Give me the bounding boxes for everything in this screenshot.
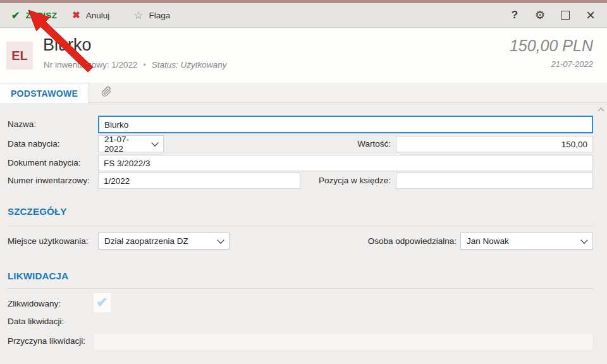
maximize-icon [561, 11, 570, 20]
usage-place-select[interactable]: Dział zaopatrzenia DZ [98, 233, 230, 250]
flag-button[interactable]: ☆ Flaga [126, 3, 178, 27]
responsible-value: Jan Nowak [467, 236, 509, 246]
liquidation-date-label: Data likwidacji: [8, 313, 64, 330]
close-icon: × [586, 8, 595, 23]
details-divider [8, 226, 593, 226]
acquisition-date-value: 21-07-2022 [104, 135, 147, 154]
save-button[interactable]: ✔ ZAPISZ [4, 3, 64, 27]
inventory-number-text: Nr inwentarzowy: 1/2022 [44, 60, 138, 70]
record-header: EL Biurko Nr inwentarzowy: 1/2022 • Stat… [0, 28, 607, 83]
scroll-up-icon [598, 108, 604, 114]
light-check-icon: ✔ [96, 294, 107, 311]
cancel-button[interactable]: ✖ Anuluj [64, 3, 117, 27]
book-position-label: Pozycja w księdze: [253, 173, 391, 189]
record-date: 21-07-2022 [551, 59, 594, 69]
record-subtitle: Nr inwentarzowy: 1/2022 • Status: Użytko… [44, 60, 226, 70]
tab-podstawowe-label: PODSTAWOWE [11, 88, 78, 99]
save-button-label: ZAPISZ [25, 11, 57, 20]
liquidation-reason-input[interactable] [94, 333, 593, 350]
liquidated-label: Zlikwidowany: [8, 296, 61, 312]
acquisition-date-label: Data nabycia: [8, 136, 60, 152]
tab-attachments[interactable] [89, 83, 123, 103]
form-basic: Nazwa: Data nabycia: 21-07-2022 Wartość:… [0, 103, 607, 364]
liquidated-checkbox[interactable]: ✔ [94, 293, 111, 312]
responsible-select[interactable]: Jan Nowak [460, 233, 593, 250]
chevron-down-icon [217, 236, 224, 243]
paperclip-icon [101, 85, 112, 100]
details-section-heading: SZCZEGÓŁY [8, 206, 66, 217]
responsible-label: Osoba odpowiedzialna: [316, 233, 457, 250]
flag-button-label: Flaga [149, 11, 171, 20]
record-amount: 150,00 PLN [510, 37, 593, 55]
star-icon: ☆ [133, 9, 143, 22]
cancel-x-icon: ✖ [72, 9, 80, 21]
name-label: Nazwa: [8, 116, 36, 133]
document-label: Dokument nabycia: [8, 155, 81, 171]
liquidation-divider [8, 288, 593, 289]
help-icon: ? [512, 9, 518, 21]
tab-strip: PODSTAWOWE [0, 83, 607, 103]
maximize-button[interactable] [553, 3, 578, 27]
book-position-input[interactable] [396, 173, 593, 189]
toolbar: ✔ ZAPISZ ✖ Anuluj ☆ Flaga ? ⚙ × [0, 3, 607, 28]
inventory-number-label: Numer inwentarzowy: [8, 173, 90, 189]
help-button[interactable]: ? [502, 3, 527, 27]
document-input[interactable] [98, 155, 593, 171]
value-input[interactable] [396, 136, 593, 152]
liquidation-section-heading: LIKWIDACJA [8, 270, 68, 281]
close-button[interactable]: × [578, 3, 603, 27]
record-title: Biurko [43, 35, 92, 55]
liquidation-reason-label: Przyczyna likwidacji: [8, 333, 85, 349]
status-text: Status: Użytkowany [152, 60, 227, 70]
chevron-down-icon [151, 139, 158, 146]
usage-place-label: Miejsce użytkowania: [8, 233, 89, 250]
chevron-down-icon [580, 236, 587, 243]
usage-place-value: Dział zaopatrzenia DZ [104, 236, 188, 246]
settings-button[interactable]: ⚙ [527, 3, 553, 27]
app-window: ✔ ZAPISZ ✖ Anuluj ☆ Flaga ? ⚙ × [0, 0, 607, 364]
acquisition-date-select[interactable]: 21-07-2022 [98, 135, 164, 152]
gear-icon: ⚙ [535, 8, 545, 22]
value-label: Wartość: [253, 136, 391, 152]
window-controls: ? ⚙ × [502, 3, 607, 27]
scrollbar-up-button[interactable] [596, 105, 606, 115]
check-icon: ✔ [11, 9, 20, 21]
tab-podstawowe[interactable]: PODSTAWOWE [0, 83, 89, 103]
name-input[interactable] [98, 116, 593, 133]
cancel-button-label: Anuluj [86, 11, 110, 20]
record-badge: EL [6, 42, 33, 70]
subtitle-separator: • [143, 60, 146, 70]
